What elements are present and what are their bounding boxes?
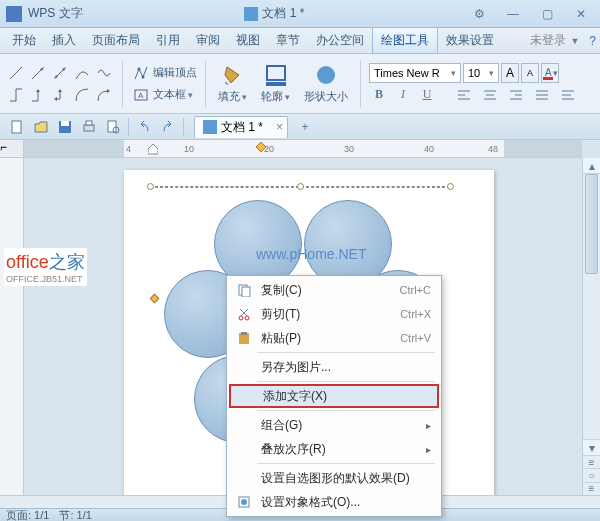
doc-icon — [244, 7, 258, 21]
svg-rect-38 — [86, 121, 92, 125]
print-preview-button[interactable] — [102, 117, 124, 137]
fill-button[interactable]: 填充▾ — [214, 61, 251, 106]
svg-line-1 — [32, 69, 42, 79]
align-center-button[interactable] — [479, 85, 501, 105]
menu-bar: 开始 插入 页面布局 引用 审阅 视图 章节 办公空间 绘图工具 效果设置 未登… — [0, 28, 600, 54]
font-decrease-button[interactable]: A — [521, 63, 539, 83]
menu-view[interactable]: 视图 — [228, 28, 268, 53]
ctx-cut[interactable]: 剪切(T) Ctrl+X — [229, 302, 439, 326]
ctx-save-as-image[interactable]: 另存为图片... — [229, 355, 439, 379]
app-name: WPS 文字 — [28, 5, 83, 22]
connector-arrow-tool[interactable] — [28, 85, 48, 105]
ctx-paste[interactable]: 粘贴(P) Ctrl+V — [229, 326, 439, 350]
new-doc-button[interactable] — [6, 117, 28, 137]
horizontal-ruler[interactable]: 4 10 20 30 40 48 — [24, 140, 582, 158]
watermark-phome: www.pHome.NET — [256, 246, 366, 262]
curve-tool[interactable] — [72, 63, 92, 83]
shape-size-button[interactable]: 形状大小 — [300, 61, 352, 106]
svg-rect-18 — [543, 77, 553, 80]
copy-icon — [233, 283, 255, 297]
undo-button[interactable] — [133, 117, 155, 137]
connector-double-tool[interactable] — [50, 85, 70, 105]
browse-object-icon[interactable]: ○ — [583, 468, 600, 481]
close-button[interactable]: ✕ — [568, 5, 594, 23]
curve-connector-tool[interactable] — [72, 85, 92, 105]
menu-pagelayout[interactable]: 页面布局 — [84, 28, 148, 53]
font-increase-button[interactable]: A — [501, 63, 519, 83]
ctx-format-object[interactable]: 设置对象格式(O)... — [229, 490, 439, 514]
connector-tool[interactable] — [6, 85, 26, 105]
align-justify-button[interactable] — [531, 85, 553, 105]
menu-references[interactable]: 引用 — [148, 28, 188, 53]
freeform-tool[interactable] — [94, 63, 114, 83]
svg-marker-6 — [36, 89, 40, 92]
title-bar: WPS 文字 文档 1 * ⚙ — ▢ ✕ — [0, 0, 600, 28]
font-color-button[interactable]: A▾ — [541, 63, 559, 83]
vertical-scrollbar[interactable]: ▴ ▾ ≡ ○ ≡ — [582, 158, 600, 495]
save-button[interactable] — [54, 117, 76, 137]
open-button[interactable] — [30, 117, 52, 137]
align-right-button[interactable] — [505, 85, 527, 105]
prev-page-nav-icon[interactable]: ≡ — [583, 455, 600, 468]
ribbon-sep — [122, 60, 123, 108]
ctx-set-default[interactable]: 设置自选图形的默认效果(D) — [229, 466, 439, 490]
align-distribute-button[interactable] — [557, 85, 579, 105]
menu-office[interactable]: 办公空间 — [308, 28, 372, 53]
font-name-select[interactable]: Times New R▾ — [369, 63, 461, 83]
next-page-nav-icon[interactable]: ≡ — [583, 482, 600, 495]
textbox-dropdown-icon[interactable]: ▾ — [188, 90, 193, 100]
svg-line-0 — [10, 67, 22, 79]
svg-rect-14 — [267, 66, 285, 80]
settings-icon[interactable]: ⚙ — [466, 5, 492, 23]
ctx-order[interactable]: 叠放次序(R) ▸ — [229, 437, 439, 461]
menu-drawtools[interactable]: 绘图工具 — [372, 27, 438, 54]
svg-point-16 — [317, 66, 335, 84]
redo-button[interactable] — [157, 117, 179, 137]
line-tool[interactable] — [6, 63, 26, 83]
menu-chapter[interactable]: 章节 — [268, 28, 308, 53]
align-left-button[interactable] — [453, 85, 475, 105]
menu-start[interactable]: 开始 — [4, 28, 44, 53]
edit-vertex-button[interactable]: 编辑顶点 — [153, 65, 197, 80]
ctx-copy[interactable]: 复制(C) Ctrl+C — [229, 278, 439, 302]
ctx-group[interactable]: 组合(G) ▸ — [229, 413, 439, 437]
ruler-corner: ⌐ — [0, 140, 24, 158]
doc-tab-close-icon[interactable]: × — [276, 120, 283, 134]
status-section[interactable]: 节: 1/1 — [59, 508, 91, 522]
print-button[interactable] — [78, 117, 100, 137]
minimize-button[interactable]: — — [500, 5, 526, 23]
italic-button[interactable]: I — [393, 85, 413, 105]
ribbon-sep — [205, 60, 206, 108]
scroll-thumb[interactable] — [585, 174, 598, 274]
login-status[interactable]: 未登录 — [530, 32, 566, 49]
menu-insert[interactable]: 插入 — [44, 28, 84, 53]
login-dropdown-icon[interactable]: ▼ — [570, 36, 579, 46]
tab-marker-icon[interactable] — [256, 142, 266, 152]
svg-rect-15 — [266, 82, 286, 86]
scroll-down-icon[interactable]: ▾ — [583, 439, 600, 455]
double-arrow-tool[interactable] — [50, 63, 70, 83]
arrow-tool[interactable] — [28, 63, 48, 83]
curve-connector-arrow-tool[interactable] — [94, 85, 114, 105]
add-tab-button[interactable]: + — [294, 117, 316, 137]
help-button[interactable]: ? — [589, 34, 596, 48]
maximize-button[interactable]: ▢ — [534, 5, 560, 23]
outline-button[interactable]: 轮廓▾ — [257, 61, 294, 106]
bold-button[interactable]: B — [369, 85, 389, 105]
font-size-select[interactable]: 10▾ — [463, 63, 499, 83]
svg-rect-36 — [61, 121, 69, 126]
vertical-ruler[interactable] — [0, 158, 24, 495]
scroll-up-icon[interactable]: ▴ — [583, 158, 600, 174]
textbox-button[interactable]: 文本框 — [153, 87, 186, 102]
ribbon: 编辑顶点 A文本框▾ 填充▾ 轮廓▾ 形状大小 Times New R▾ 10▾… — [0, 54, 600, 114]
menu-review[interactable]: 审阅 — [188, 28, 228, 53]
doc-tab-label: 文档 1 * — [221, 119, 263, 136]
menu-effects[interactable]: 效果设置 — [438, 28, 502, 53]
underline-button[interactable]: U — [417, 85, 437, 105]
status-page[interactable]: 页面: 1/1 — [6, 508, 49, 522]
svg-marker-7 — [54, 97, 57, 101]
indent-marker-icon[interactable] — [148, 142, 158, 156]
svg-point-45 — [239, 316, 243, 320]
ctx-add-text[interactable]: 添加文字(X) — [229, 384, 439, 408]
document-tab[interactable]: 文档 1 * × — [194, 116, 288, 138]
